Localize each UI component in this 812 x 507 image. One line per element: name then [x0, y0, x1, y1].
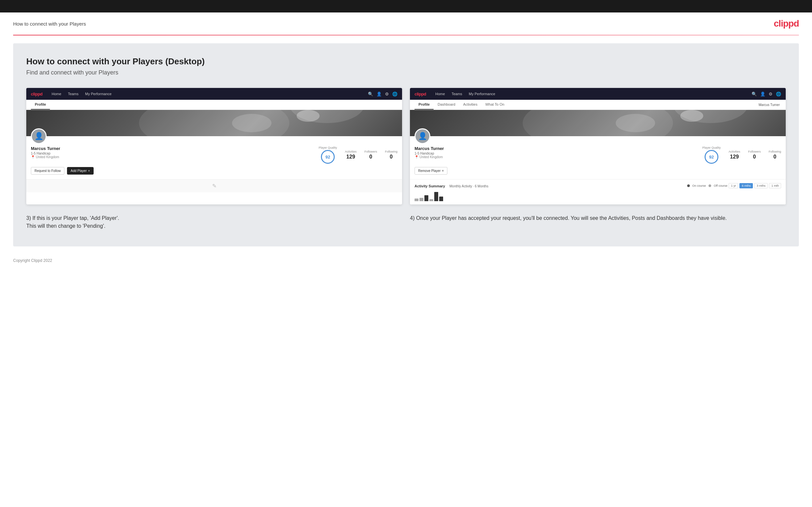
left-handicap: 1-5 Handicap: [31, 152, 151, 155]
left-activities-value: 129: [345, 154, 357, 160]
right-avatar: 👤: [414, 128, 430, 144]
left-nav-teams[interactable]: Teams: [65, 88, 82, 100]
right-following-value: 0: [769, 154, 781, 160]
right-settings-icon[interactable]: ⚙: [769, 92, 773, 97]
left-avatar-icon: 👤: [35, 132, 43, 140]
left-name-details: Marcus Turner 1-5 Handicap 📍 United King…: [31, 146, 151, 159]
left-profile-info: 👤 Marcus Turner 1-5 Handicap 📍 United Ki…: [26, 136, 402, 179]
left-quality-label: Player Quality: [319, 146, 337, 149]
right-profile-info: 👤 Marcus Turner 1-5 Handicap 📍 United Ki…: [410, 136, 786, 179]
right-followers-stat: Followers 0: [748, 150, 761, 160]
footer: Copyright Clippd 2022: [0, 254, 812, 269]
right-handicap: 1-5 Handicap: [414, 152, 535, 155]
add-player-button[interactable]: Add Player +: [67, 167, 94, 175]
right-navbar: clippd Home Teams My Performance 🔍 👤 ⚙ 🌐: [410, 88, 786, 100]
right-nav-teams[interactable]: Teams: [448, 88, 465, 100]
activity-left-header: Activity Summary Monthly Activity · 6 Mo…: [414, 183, 489, 189]
tab-dashboard-right[interactable]: Dashboard: [434, 100, 459, 110]
header: How to connect with your Players clippd: [0, 12, 812, 35]
left-following-stat: Following 0: [385, 150, 398, 160]
left-avatar: 👤: [31, 128, 47, 144]
left-following-value: 0: [385, 154, 398, 160]
search-icon[interactable]: 🔍: [368, 92, 373, 97]
tab-profile-right[interactable]: Profile: [414, 100, 434, 110]
activity-summary: Activity Summary Monthly Activity · 6 Mo…: [410, 179, 786, 205]
left-followers-label: Followers: [364, 150, 377, 153]
svg-point-0: [232, 114, 271, 132]
add-player-label: Add Player: [70, 169, 87, 173]
right-nav-icons: 🔍 👤 ⚙ 🌐: [752, 92, 781, 97]
filter-1yr-button[interactable]: 1 yr: [728, 183, 738, 188]
right-profile-buttons: Remove Player ×: [414, 167, 781, 175]
legend-offcourse-dot: [709, 184, 711, 187]
profile-icon[interactable]: 👤: [376, 92, 382, 97]
left-profile-stats: Player Quality 92 Activities 129 Followe…: [157, 146, 398, 164]
activity-legend: On course Off course: [687, 184, 727, 187]
header-title: How to connect with your Players: [13, 21, 86, 26]
right-profile-banner: [410, 110, 786, 136]
activity-filters: On course Off course 1 yr 6 mths 3 mths …: [687, 183, 781, 188]
left-name-section: Marcus Turner 1-5 Handicap 📍 United King…: [31, 136, 398, 164]
filter-1mth-button[interactable]: 1 mth: [769, 183, 781, 188]
tab-activities-right[interactable]: Activities: [459, 100, 481, 110]
left-quality-circle: 92: [321, 150, 335, 164]
right-quality-label: Player Quality: [702, 146, 721, 149]
right-location: 📍 United Kingdom: [414, 155, 535, 159]
copyright-text: Copyright Clippd 2022: [13, 258, 52, 263]
mini-chart: [414, 191, 781, 201]
svg-point-3: [680, 110, 703, 122]
left-activities-label: Activities: [345, 150, 357, 153]
globe-icon[interactable]: 🌐: [392, 92, 398, 97]
scroll-icon: ✎: [212, 183, 216, 189]
right-name-details: Marcus Turner 1-5 Handicap 📍 United King…: [414, 146, 535, 159]
tab-profile-left[interactable]: Profile: [31, 100, 50, 110]
add-player-plus-icon: +: [88, 169, 90, 173]
right-quality-circle: 92: [705, 150, 718, 164]
right-tabs: Profile Dashboard Activities What To On …: [410, 100, 786, 110]
left-nav-home[interactable]: Home: [48, 88, 64, 100]
description-left: 3) If this is your Player tap, 'Add Play…: [26, 214, 402, 230]
settings-icon[interactable]: ⚙: [385, 92, 389, 97]
left-quality-stat: Player Quality 92: [319, 146, 337, 164]
right-tabs-user: Marcus Turner: [759, 103, 781, 107]
header-divider: [13, 35, 799, 36]
right-profile-icon[interactable]: 👤: [760, 92, 765, 97]
right-player-name: Marcus Turner: [414, 146, 535, 151]
right-nav-home[interactable]: Home: [432, 88, 448, 100]
left-nav-performance[interactable]: My Performance: [82, 88, 115, 100]
tab-whattoon-right[interactable]: What To On: [481, 100, 508, 110]
right-nav-logo: clippd: [414, 92, 426, 97]
page-heading: How to connect with your Players (Deskto…: [26, 56, 786, 67]
left-following-label: Following: [385, 150, 398, 153]
request-follow-button[interactable]: Request to Follow: [31, 167, 64, 175]
left-profile-banner: [26, 110, 402, 136]
right-globe-icon[interactable]: 🌐: [776, 92, 781, 97]
legend-oncourse-label: On course: [693, 184, 706, 187]
right-activities-stat: Activities 129: [728, 150, 741, 160]
remove-player-button[interactable]: Remove Player ×: [414, 167, 447, 175]
left-nav-icons: 🔍 👤 ⚙ 🌐: [368, 92, 398, 97]
right-followers-label: Followers: [748, 150, 761, 153]
right-profile-stats: Player Quality 92 Activities 129 Followe…: [541, 146, 781, 164]
right-quality-value: 92: [709, 155, 714, 160]
left-profile-buttons: Request to Follow Add Player +: [31, 167, 398, 175]
right-avatar-icon: 👤: [418, 132, 427, 140]
remove-player-label: Remove Player: [418, 169, 441, 173]
logo: clippd: [774, 18, 799, 29]
right-activities-label: Activities: [728, 150, 741, 153]
main-content: How to connect with your Players (Deskto…: [13, 43, 799, 246]
right-search-icon[interactable]: 🔍: [752, 92, 757, 97]
left-nav-logo: clippd: [31, 92, 42, 97]
filter-6mths-button[interactable]: 6 mths: [740, 183, 753, 188]
screenshot-right: clippd Home Teams My Performance 🔍 👤 ⚙ 🌐…: [410, 88, 786, 205]
right-following-label: Following: [769, 150, 781, 153]
description-right: 4) Once your Player has accepted your re…: [410, 214, 786, 230]
right-activities-value: 129: [728, 154, 741, 160]
left-scroll-area: ✎: [26, 179, 402, 192]
top-bar: [0, 0, 812, 12]
activity-title: Activity Summary: [414, 184, 445, 188]
left-followers-value: 0: [364, 154, 377, 160]
filter-3mths-button[interactable]: 3 mths: [754, 183, 768, 188]
right-nav-performance[interactable]: My Performance: [465, 88, 499, 100]
chart-bar-1: [414, 199, 418, 201]
